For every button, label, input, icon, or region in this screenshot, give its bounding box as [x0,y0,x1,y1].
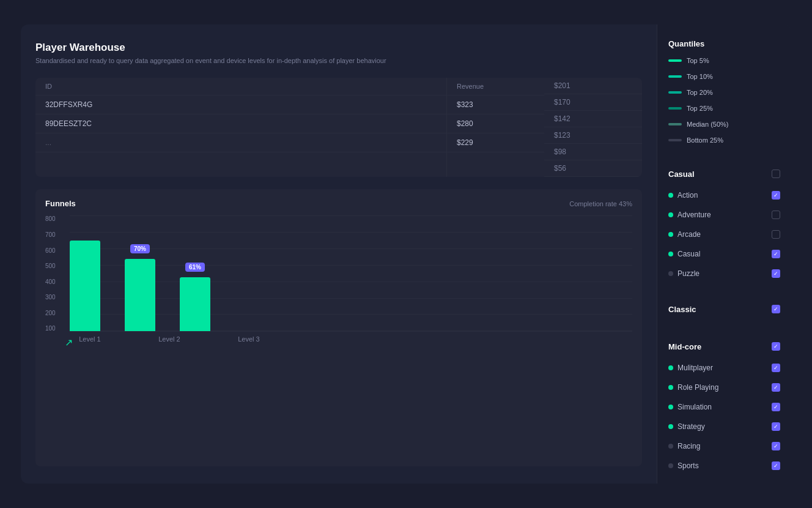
revenue-extended-value: $201 [544,78,642,94]
strategy-dot [668,424,673,429]
adventure-row[interactable]: Adventure [668,209,780,220]
bar-label-2: Level 2 [154,335,185,343]
action-label: Action [677,191,698,200]
strategy-label: Strategy [677,422,705,431]
quantile-bar [668,91,682,94]
roleplaying-checkbox[interactable] [772,383,780,392]
casual-sub-checkbox[interactable] [772,250,780,258]
multiplayer-row[interactable]: Mulitplayer [668,362,780,373]
midcore-checkbox[interactable] [772,342,780,351]
casual-header: Casual [668,167,695,180]
simulation-label: Simulation [677,403,712,411]
simulation-checkbox[interactable] [772,403,780,411]
racing-row[interactable]: Racing [668,441,780,452]
quantiles-title: Quantiles [668,39,780,48]
id-column-header: ID [35,78,446,95]
sports-label: Sports [677,461,699,470]
y-label: 200 [45,310,56,316]
midcore-category-row[interactable]: Mid-core [668,338,780,354]
quantile-label: Top 10% [687,73,713,80]
casual-sub-row[interactable]: Casual [668,248,780,260]
adventure-dot [668,212,673,217]
action-dot [668,193,673,198]
arcade-dot [668,232,673,237]
simulation-row[interactable]: Simulation [668,402,780,413]
arcade-label: Arcade [677,230,701,239]
arcade-checkbox[interactable] [772,230,780,239]
casual-checkbox[interactable] [772,170,780,178]
puzzle-row[interactable]: Puzzle [668,268,780,279]
strategy-checkbox[interactable] [772,422,780,431]
quantile-median: Median (50%) [668,121,780,128]
page-title: Player Warehouse [35,42,642,54]
racing-checkbox[interactable] [772,442,780,450]
multiplayer-label: Mulitplayer [677,364,713,372]
right-panel: Quantiles Top 5% Top 10% Top 20% Top 25%… [657,24,791,484]
racing-dot [668,444,673,449]
sports-checkbox[interactable] [772,461,780,470]
puzzle-dot [668,271,673,276]
table-row: 32DFFSXR4G [35,95,446,114]
casual-sub-label: Casual [677,250,700,258]
quantile-top20: Top 20% [668,89,780,96]
sports-dot [668,463,673,468]
completion-rate: Completion rate 43% [569,200,632,207]
strategy-row[interactable]: Strategy [668,421,780,432]
bar-level3: 61% [180,277,210,331]
action-row[interactable]: Action [668,190,780,201]
bar-level1 [70,241,100,331]
bar-label-1: Level 1 [75,335,105,343]
quantile-label: Top 25% [687,105,713,112]
table-row: 89DEESZT2C [35,114,446,133]
action-checkbox[interactable] [772,191,780,200]
funnels-section: Funnels Completion rate 43% 800 700 600 … [35,189,642,466]
quantile-top25: Top 25% [668,105,780,112]
revenue-value: $323 [447,95,544,114]
page-subtitle: Standardised and ready to query data agg… [35,56,642,65]
bar-badge-61: 61% [185,263,205,272]
adventure-checkbox[interactable] [772,211,780,219]
bar-label-3: Level 3 [234,335,264,343]
quantile-bar [668,123,682,125]
simulation-dot [668,405,673,409]
chart-bars: 70% 61% [70,215,632,332]
multiplayer-dot [668,365,673,370]
bar-2: 70% [125,259,155,331]
arcade-row[interactable]: Arcade [668,229,780,240]
classic-category-row[interactable]: Classic [668,301,780,316]
quantile-label: Top 5% [687,57,709,64]
funnels-title: Funnels [45,199,76,208]
quantile-label: Top 20% [687,89,713,96]
y-label: 400 [45,278,56,285]
y-label: 100 [45,325,56,332]
player-table: ID 32DFFSXR4G 89DEESZT2C ... Revenue $32… [35,78,642,177]
revenue-value: $280 [447,114,544,133]
revenue-extended-value: $123 [544,127,642,144]
bar-level2: 70% [125,259,155,331]
classic-checkbox[interactable] [772,305,780,313]
roleplaying-label: Role Playing [677,383,718,392]
racing-label: Racing [677,442,700,450]
quantile-label: Bottom 25% [687,136,723,144]
adventure-label: Adventure [677,211,711,219]
bar-3: 61% [180,277,210,331]
revenue-value: $229 [447,133,544,152]
midcore-header: Mid-core [668,340,701,353]
quantile-bottom25: Bottom 25% [668,136,780,144]
revenue-extended-value: $56 [544,160,642,177]
y-label: 500 [45,263,56,269]
quantile-bar [668,107,682,110]
puzzle-checkbox[interactable] [772,269,780,278]
roleplaying-row[interactable]: Role Playing [668,382,780,393]
quantile-label: Median (50%) [687,121,728,128]
revenue-extended-value: $142 [544,111,642,127]
y-label: 700 [45,231,56,238]
y-label: 600 [45,247,56,254]
sports-row[interactable]: Sports [668,460,780,471]
puzzle-label: Puzzle [677,269,699,278]
revenue-extended-value: $170 [544,94,642,111]
quantile-bar [668,75,682,78]
casual-category-row[interactable]: Casual [668,166,780,181]
multiplayer-checkbox[interactable] [772,364,780,372]
quantile-top10: Top 10% [668,73,780,80]
